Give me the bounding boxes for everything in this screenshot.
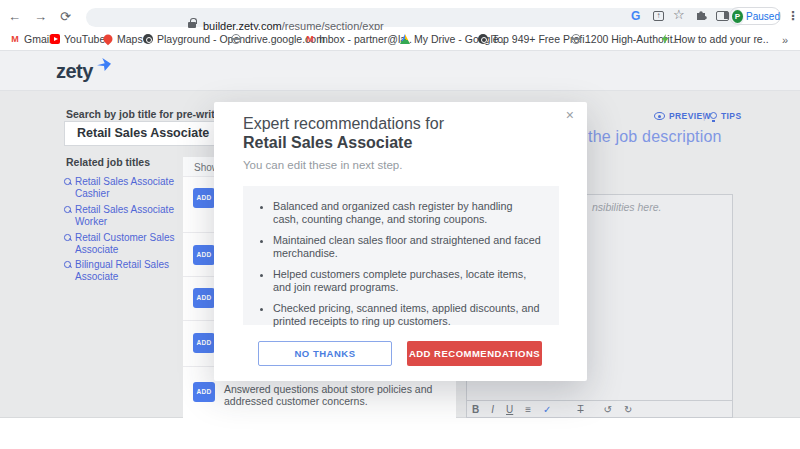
- openai-icon: [143, 34, 153, 44]
- browser-toolbar: ← → ⟳ builder.zety.com/resume/section/ex…: [0, 0, 800, 30]
- related-link-bilingual[interactable]: Bilingual Retail Sales Associate: [64, 259, 182, 282]
- site-icon: [478, 34, 488, 44]
- profile-avatar: P: [732, 10, 743, 23]
- redo-icon[interactable]: ↻: [624, 402, 632, 417]
- extensions-icon[interactable]: [695, 9, 707, 21]
- lightning-icon: [660, 34, 670, 44]
- textarea-placeholder-fragment: nsibilities here.: [592, 201, 661, 213]
- modal-subtitle: You can edit these in next step.: [243, 159, 402, 171]
- bookmark-youtube[interactable]: YouTube: [50, 33, 105, 45]
- add-example-button[interactable]: ADD: [193, 382, 215, 402]
- add-recommendations-button[interactable]: ADD RECOMMENDATIONS: [407, 341, 542, 366]
- bookmark-howto[interactable]: How to add your re..: [660, 33, 769, 45]
- no-thanks-button[interactable]: NO THANKS: [258, 341, 392, 366]
- gmail-icon: M: [10, 34, 20, 44]
- profile-paused-button[interactable]: P Paused: [729, 7, 781, 25]
- lock-icon: [188, 22, 196, 28]
- related-link-cashier[interactable]: Retail Sales Associate Cashier: [64, 176, 182, 199]
- add-example-button[interactable]: ADD: [193, 333, 215, 353]
- related-link-label: Bilingual Retail Sales Associate: [75, 259, 182, 282]
- bookmark-label: How to add your re..: [674, 33, 769, 45]
- zety-logo-arrow-icon: [97, 58, 111, 71]
- bookmark-gmail[interactable]: MGmail: [10, 33, 51, 45]
- screen: ← → ⟳ builder.zety.com/resume/section/ex…: [0, 0, 800, 449]
- side-panel-icon[interactable]: [716, 11, 729, 21]
- modal-title-line1: Expert recommendations for: [243, 115, 444, 133]
- drive-icon: [400, 34, 410, 44]
- gmail-icon: M: [305, 34, 315, 44]
- bookmark-maps[interactable]: Maps: [103, 33, 143, 45]
- recommendations-modal: × Expert recommendations for Retail Sale…: [214, 102, 587, 381]
- bookmark-label: Maps: [117, 33, 143, 45]
- google-account-icon[interactable]: G: [631, 9, 640, 23]
- related-link-label: Retail Sales Associate Worker: [75, 204, 182, 227]
- recommendation-item: Checked pricing, scanned items, applied …: [273, 302, 541, 327]
- clear-format-icon[interactable]: T: [577, 402, 583, 417]
- text-format-toolbar: B I U ≡ ✓ T ↺ ↻: [467, 400, 732, 417]
- spellcheck-icon[interactable]: ✓: [543, 402, 551, 417]
- eye-icon: [654, 112, 665, 120]
- search-icon: [64, 178, 71, 185]
- search-icon: [64, 234, 71, 241]
- tips-label: TIPS: [721, 111, 742, 121]
- preview-tips-separator: |: [703, 111, 705, 121]
- zety-logo[interactable]: zety: [56, 60, 93, 83]
- example-item-text: Answered questions about store policies …: [224, 384, 454, 407]
- share-icon[interactable]: ↑: [653, 11, 664, 21]
- bookmarks-bar: MGmail YouTube Maps Playground - Open.. …: [0, 30, 800, 50]
- tips-button[interactable]: TIPS: [710, 111, 742, 121]
- add-example-button[interactable]: ADD: [193, 245, 215, 265]
- bold-icon[interactable]: B: [472, 402, 479, 417]
- refresh-icon[interactable]: ⟳: [60, 9, 71, 24]
- bookmark-inbox[interactable]: MInbox - partner@la..: [305, 33, 412, 45]
- modal-title-line2: Retail Sales Associate: [243, 134, 412, 152]
- lightbulb-icon: [710, 112, 717, 119]
- chrome-menu-icon[interactable]: ⋮: [787, 9, 799, 23]
- forward-icon[interactable]: →: [34, 9, 47, 24]
- bookmark-label: YouTube: [64, 33, 105, 45]
- bookmark-star-icon[interactable]: ☆: [673, 7, 685, 22]
- related-link-label: Retail Customer Sales Associate: [75, 232, 182, 255]
- add-example-button[interactable]: ADD: [193, 288, 215, 308]
- underline-icon[interactable]: U: [506, 402, 513, 417]
- bookmark-label: Inbox - partner@la..: [319, 33, 412, 45]
- recommendations-box: Balanced and organized cash register by …: [243, 186, 559, 325]
- maps-pin-icon: [102, 33, 115, 46]
- related-link-customer[interactable]: Retail Customer Sales Associate: [64, 232, 182, 255]
- search-icon: [64, 206, 71, 213]
- back-icon[interactable]: ←: [8, 9, 21, 24]
- recommendation-item: Balanced and organized cash register by …: [273, 200, 541, 225]
- address-bar[interactable]: builder.zety.com/resume/section/expr: [86, 8, 744, 27]
- globe-icon: [571, 34, 581, 44]
- bullet-list-icon[interactable]: ≡: [525, 402, 531, 417]
- recommendation-item: Maintained clean sales floor and straigh…: [273, 234, 541, 259]
- globe-icon: [231, 34, 241, 44]
- bookmark-label: Gmail: [24, 33, 51, 45]
- related-job-titles-heading: Related job titles: [66, 156, 150, 168]
- related-link-worker[interactable]: Retail Sales Associate Worker: [64, 204, 182, 227]
- add-example-button[interactable]: ADD: [193, 188, 215, 208]
- undo-icon[interactable]: ↺: [604, 402, 612, 417]
- related-link-label: Retail Sales Associate Cashier: [75, 176, 182, 199]
- search-icon: [64, 261, 71, 268]
- editor-heading-fragment: the job description: [588, 128, 722, 146]
- app-header: zety 1HEADING — 2WORK HISTORY — 3EDUCATI…: [0, 51, 800, 91]
- profile-paused-label: Paused: [746, 11, 780, 22]
- close-icon[interactable]: ×: [566, 107, 574, 123]
- recommendation-item: Helped customers complete purchases, loc…: [273, 268, 541, 293]
- recommendations-list: Balanced and organized cash register by …: [273, 200, 559, 327]
- youtube-icon: [50, 34, 60, 44]
- bookmarks-overflow-icon[interactable]: »: [782, 34, 788, 46]
- italic-icon[interactable]: I: [491, 402, 494, 417]
